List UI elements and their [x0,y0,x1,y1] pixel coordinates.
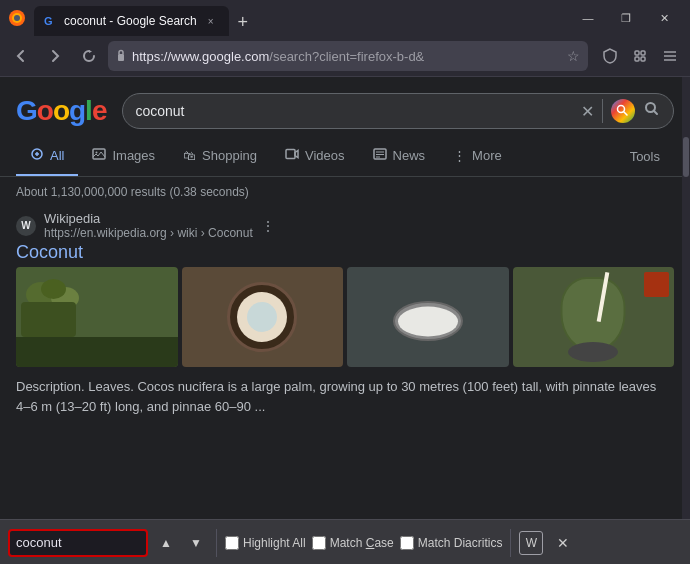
search-navigation: All Images 🛍 Shopping Videos News ⋮ Mo [0,137,690,177]
svg-rect-6 [641,51,645,55]
url-text: https://www.google.com/search?client=fir… [132,49,561,64]
svg-line-15 [654,111,658,115]
match-diacritics-checkbox[interactable] [400,536,414,550]
window-controls: — ❐ ✕ [570,4,682,32]
svg-rect-5 [635,51,639,55]
maximize-button[interactable]: ❐ [608,4,644,32]
shopping-icon: 🛍 [183,148,196,163]
highlight-all-checkbox[interactable] [225,536,239,550]
url-path: /search?client=firefox-b-d& [269,49,424,64]
tab-title: coconut - Google Search [64,14,197,28]
find-w-button[interactable]: W [519,531,543,555]
url-bar[interactable]: https://www.google.com/search?client=fir… [108,41,588,71]
tab-strip: G coconut - Google Search × + [34,0,298,36]
wiki-result: W Wikipedia https://en.wikipedia.org › w… [16,211,674,263]
bookmark-star-icon[interactable]: ☆ [567,48,580,64]
back-button[interactable] [6,41,36,71]
tab-news[interactable]: News [359,137,440,176]
match-case-group: Match Case [312,536,394,550]
search-box[interactable]: coconut ✕ [122,93,674,129]
videos-icon [285,147,299,164]
find-next-button[interactable]: ▼ [184,531,208,555]
result-source: W Wikipedia https://en.wikipedia.org › w… [16,211,674,240]
result-domain-info: Wikipedia https://en.wikipedia.org › wik… [44,211,253,240]
toolbar-icons [596,42,684,70]
svg-rect-8 [641,57,645,61]
result-image-3[interactable] [347,267,509,367]
google-lens-icon[interactable] [611,99,635,123]
scrollbar[interactable] [682,77,690,519]
results-count: About 1,130,000,000 results (0.38 second… [16,185,674,199]
more-icon: ⋮ [453,148,466,163]
tab-all[interactable]: All [16,137,78,176]
highlight-all-label[interactable]: Highlight All [243,536,306,550]
search-box-container: coconut ✕ [122,93,674,129]
find-input[interactable] [8,529,148,557]
tab-videos-label: Videos [305,148,345,163]
tab-images[interactable]: Images [78,137,169,176]
find-close-button[interactable]: ✕ [551,531,575,555]
svg-rect-4 [118,54,124,61]
tools-label: Tools [630,149,660,164]
all-icon [30,147,44,164]
tab-all-label: All [50,148,64,163]
find-previous-button[interactable]: ▲ [154,531,178,555]
result-image-2[interactable] [182,267,344,367]
svg-rect-7 [635,57,639,61]
news-icon [373,147,387,164]
lock-icon [116,49,126,63]
tab-news-label: News [393,148,426,163]
result-description: Description. Leaves. Cocos nucifera is a… [16,377,674,416]
tab-more[interactable]: ⋮ More [439,138,516,175]
svg-rect-21 [286,150,295,159]
search-submit-icon[interactable] [643,100,661,122]
match-case-label: Match Case [330,536,394,550]
extensions-icon[interactable] [626,42,654,70]
search-clear-icon[interactable]: ✕ [581,102,594,121]
title-bar: G coconut - Google Search × + — ❐ ✕ [0,0,690,36]
svg-point-20 [96,152,98,154]
google-logo: Google [16,95,106,127]
tools-button[interactable]: Tools [616,139,674,174]
result-more-icon[interactable]: ⋮ [261,218,275,234]
minimize-button[interactable]: — [570,4,606,32]
svg-point-2 [14,15,20,21]
browser-chrome: G coconut - Google Search × + — ❐ ✕ [0,0,690,77]
highlight-all-group: Highlight All [225,536,306,550]
find-separator-2 [510,529,511,557]
result-image-1[interactable] [16,267,178,367]
nav-bar: https://www.google.com/search?client=fir… [0,36,690,76]
tab-favicon-icon: G [44,14,58,28]
forward-button[interactable] [40,41,70,71]
result-domain: Wikipedia [44,211,253,226]
svg-text:G: G [44,15,53,27]
match-case-checkbox[interactable] [312,536,326,550]
tab-images-label: Images [112,148,155,163]
result-title[interactable]: Coconut [16,242,674,263]
tab-shopping-label: Shopping [202,148,257,163]
find-bar: ▲ ▼ Highlight All Match Case Match Diacr… [0,519,690,564]
refresh-button[interactable] [74,41,104,71]
close-window-button[interactable]: ✕ [646,4,682,32]
tab-shopping[interactable]: 🛍 Shopping [169,138,271,175]
tab-close-button[interactable]: × [203,13,219,29]
match-diacritics-group: Match Diacritics [400,536,503,550]
images-icon [92,147,106,164]
menu-icon[interactable] [656,42,684,70]
url-domain: https://www.google.com [132,49,269,64]
search-query-text: coconut [135,103,573,119]
new-tab-button[interactable]: + [229,8,257,36]
shield-icon[interactable] [596,42,624,70]
tab-videos[interactable]: Videos [271,137,359,176]
search-divider [602,99,603,123]
find-separator [216,529,217,557]
svg-line-13 [624,112,628,116]
result-breadcrumb: https://en.wikipedia.org › wiki › Coconu… [44,226,253,240]
active-tab[interactable]: G coconut - Google Search × [34,6,229,36]
scrollbar-thumb[interactable] [683,137,689,177]
results-area: About 1,130,000,000 results (0.38 second… [0,177,690,424]
match-diacritics-label[interactable]: Match Diacritics [418,536,503,550]
result-image-4[interactable] [513,267,675,367]
page-content: Google coconut ✕ [0,77,690,519]
google-header: Google coconut ✕ [0,77,690,129]
